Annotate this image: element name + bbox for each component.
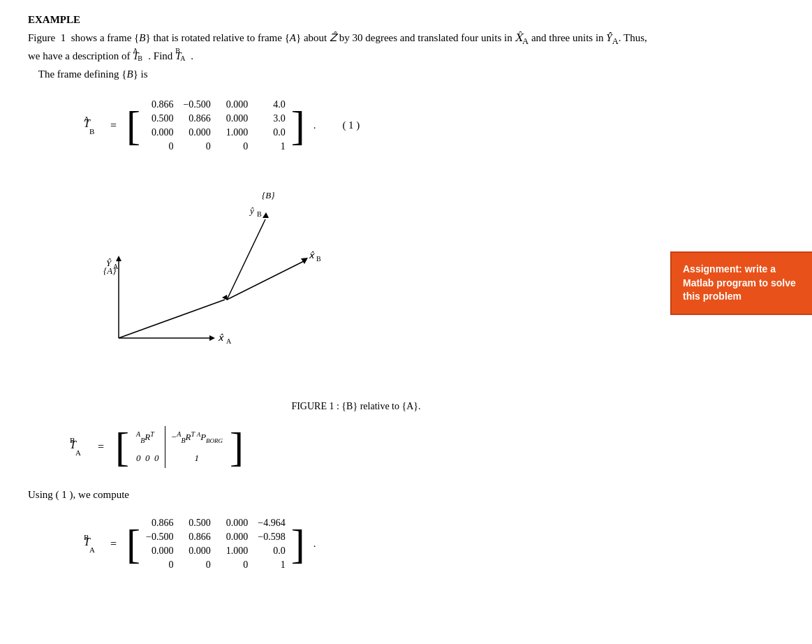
formula-table: AB RT − AB RT APBORG 0 0 0 1 — [131, 426, 228, 468]
matrix-equation-B: B A T = [ 0.866 0.500 0.000 −4.964 −0.50… — [84, 513, 316, 575]
matrix-A-cells: 0.866 −0.500 0.000 4.0 0.500 0.866 0.000… — [142, 95, 290, 156]
b-cell-r2c1: −0.500 — [146, 530, 173, 544]
b-cell-r1c1: 0.866 — [146, 516, 173, 530]
cell-r2c1: 0.500 — [146, 112, 173, 126]
matrix-A-bracket-left: [ — [126, 95, 140, 156]
cell-r4c4: 1 — [258, 140, 285, 154]
formula-matrix-brackets: [ AB RT − AB RT APBORG — [115, 426, 244, 468]
yB-label: ŷ — [249, 205, 254, 216]
matrix-A-brackets: [ 0.866 −0.500 0.000 4.0 0.500 0.866 0.0… — [126, 95, 305, 156]
cell-r3c4: 0.0 — [258, 126, 285, 140]
b-cell-r4c4: 1 — [258, 558, 285, 572]
matrix-B-brackets: [ 0.866 0.500 0.000 −4.964 −0.500 0.866 … — [126, 513, 305, 575]
cell-r2c4: 3.0 — [258, 112, 285, 126]
formula-cell-bottom-left: 0 0 0 — [131, 448, 165, 468]
formula-cell-top-left: AB RT — [131, 426, 165, 448]
svg-line-4 — [227, 219, 265, 300]
formula-bracket-right: ] — [230, 426, 244, 468]
yB-arrowhead — [263, 212, 269, 218]
matrix-B-bracket-right: ] — [291, 513, 305, 575]
formula-equals: = — [98, 441, 104, 453]
description-paragraph: Figure 1 shows a frame {B} that is rotat… — [28, 30, 656, 64]
xA-label: x̂ — [218, 332, 224, 343]
formula-BT-sub: A — [75, 448, 81, 457]
b-cell-r4c3: 0 — [221, 558, 248, 572]
b-cell-r2c3: 0.000 — [221, 530, 248, 544]
cell-r3c3: 1.000 — [221, 126, 248, 140]
formula-cell-bottom-right: 1 — [165, 448, 228, 468]
yA-subscript: A — [113, 263, 119, 270]
b-cell-r3c1: 0.000 — [146, 544, 173, 558]
b-cell-r4c1: 0 — [146, 558, 173, 572]
b-cell-r3c2: 0.000 — [183, 544, 210, 558]
cell-r4c3: 0 — [221, 140, 248, 154]
matrix-A-sub: B — [89, 127, 94, 136]
svg-line-2 — [119, 300, 225, 338]
matrix-equation-A: A B T = [ 0.866 −0.500 0.000 4.0 0.500 0… — [84, 95, 360, 156]
xB-subscript: B — [316, 255, 321, 263]
xA-subscript: A — [226, 337, 232, 345]
formula-row-2: 0 0 0 1 — [131, 448, 228, 468]
matrix-B-bracket-left: [ — [126, 513, 140, 575]
cell-r2c2: 0.866 — [183, 112, 210, 126]
b-cell-r1c2: 0.500 — [183, 516, 210, 530]
svg-line-3 — [227, 261, 304, 300]
figure-caption: FIGURE 1 : {B} relative to {A}. — [56, 401, 656, 412]
assignment-box: Assignment: write a Matlab program to so… — [670, 251, 812, 315]
matrix-B-cells: 0.866 0.500 0.000 −4.964 −0.500 0.866 0.… — [142, 513, 290, 575]
formula-bracket-left: [ — [115, 426, 129, 468]
matrix-section-B: B A T = [ 0.866 0.500 0.000 −4.964 −0.50… — [84, 513, 656, 575]
equation-number: ( 1 ) — [342, 119, 360, 131]
b-cell-r2c2: 0.866 — [183, 530, 210, 544]
formula-section: B A T = [ AB RT − AB RT APBORG — [70, 426, 656, 468]
matrix-B-sub: A — [89, 546, 95, 554]
matrix-A-dot: . — [313, 119, 316, 131]
xA-arrowhead — [209, 335, 215, 341]
yB-subscript: B — [257, 210, 262, 218]
cell-r4c1: 0 — [146, 140, 173, 154]
matrix-B-equals: = — [110, 538, 117, 550]
formula-cell-top-right: − AB RT APBORG — [165, 426, 228, 448]
formula-row-1: AB RT − AB RT APBORG — [131, 426, 228, 448]
matrix-section-A: A B T = [ 0.866 −0.500 0.000 4.0 0.500 0… — [84, 95, 656, 156]
b-cell-r3c3: 1.000 — [221, 544, 248, 558]
cell-r1c2: −0.500 — [183, 98, 210, 112]
matrix-B-label: B A T — [84, 536, 99, 552]
frame-defining-text: The frame defining {B} is — [28, 66, 656, 82]
formula-BT-sup: B — [70, 436, 75, 444]
cell-r3c1: 0.000 — [146, 126, 173, 140]
cell-r1c1: 0.866 — [146, 98, 173, 112]
using-section: Using ( 1 ), we compute B A T = [ 0.866 … — [28, 489, 656, 575]
xB-arrowhead — [301, 258, 308, 264]
b-cell-r1c4: −4.964 — [258, 516, 285, 530]
matrix-A-bracket-right: ] — [291, 95, 305, 156]
b-cell-r2c4: −0.598 — [258, 530, 285, 544]
figure-container: {A} Ŷ A x̂ A {B} — [56, 170, 656, 394]
b-cell-r1c3: 0.000 — [221, 516, 248, 530]
matrix-B-dot: . — [313, 538, 316, 550]
xB-label: x̂ — [309, 250, 315, 261]
b-cell-r4c2: 0 — [183, 558, 210, 572]
cell-r4c2: 0 — [183, 140, 210, 154]
figure-svg: {A} Ŷ A x̂ A {B} — [56, 170, 349, 394]
cell-r3c2: 0.000 — [183, 126, 210, 140]
cell-r1c4: 4.0 — [258, 98, 285, 112]
matrix-A-equals: = — [110, 119, 117, 132]
B-frame-label: {B} — [262, 190, 275, 200]
example-title: EXAMPLE — [28, 14, 656, 26]
formula-BT-label: B A T — [70, 439, 85, 455]
matrix-B-sup: B — [84, 533, 89, 541]
matrix-A-sup: A — [84, 115, 89, 123]
cell-r2c3: 0.000 — [221, 112, 248, 126]
cell-r1c3: 0.000 — [221, 98, 248, 112]
using-text: Using ( 1 ), we compute — [28, 489, 656, 501]
yA-arrowhead — [116, 256, 121, 261]
b-cell-r3c4: 0.0 — [258, 544, 285, 558]
matrix-A-label: A B T — [84, 117, 99, 134]
